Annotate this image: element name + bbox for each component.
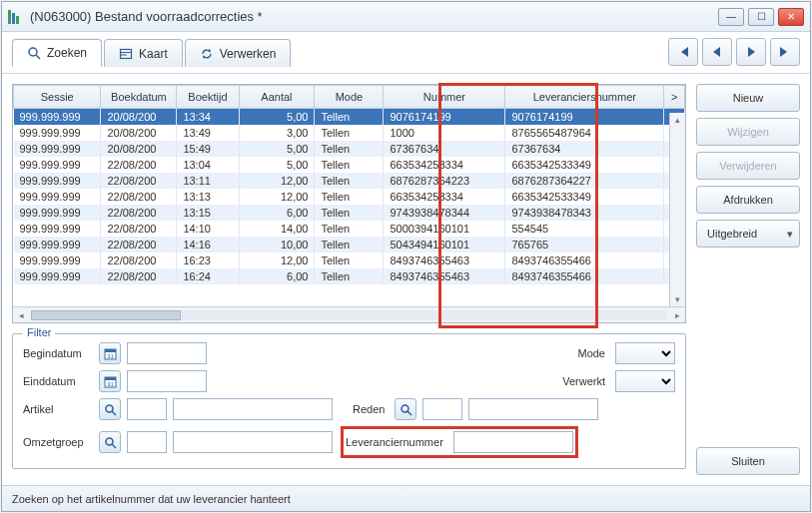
verwijderen-button[interactable]: Verwijderen: [696, 152, 800, 180]
label-begindatum: Begindatum: [23, 347, 93, 359]
cell-mode: Tellen: [315, 109, 384, 126]
afdrukken-button[interactable]: Afdrukken: [696, 186, 800, 214]
svg-text:31: 31: [107, 353, 114, 359]
cell-mode: Tellen: [315, 221, 384, 237]
label-reden: Reden: [353, 403, 385, 415]
table-row[interactable]: 999.999.99920/08/20013:345,00Tellen90761…: [14, 109, 685, 126]
table-row[interactable]: 999.999.99922/08/20016:246,00Tellen84937…: [14, 268, 685, 284]
cell-boekdatum: 22/08/200: [101, 268, 177, 284]
vertical-scrollbar[interactable]: ▴ ▾: [669, 113, 685, 306]
cell-boektijd: 16:24: [177, 268, 239, 284]
einddatum-input[interactable]: [127, 370, 207, 392]
label-omzetgroep: Omzetgroep: [23, 436, 93, 448]
cell-mode: Tellen: [315, 268, 384, 284]
nav-last-button[interactable]: [770, 38, 800, 66]
cell-lev: 8765565487964: [505, 125, 664, 141]
minimize-button[interactable]: —: [718, 8, 744, 26]
uitgebreid-dropdown[interactable]: Uitgebreid: [696, 220, 800, 248]
col-sessie[interactable]: Sessie: [14, 86, 101, 109]
svg-line-16: [112, 444, 116, 448]
lookup-icon[interactable]: [99, 398, 121, 420]
svg-rect-9: [105, 377, 116, 380]
cell-aantal: 12,00: [239, 189, 315, 205]
cell-boekdatum: 22/08/200: [101, 205, 177, 221]
close-button[interactable]: ✕: [778, 8, 804, 26]
tab-label: Zoeken: [47, 46, 87, 60]
col-aantal[interactable]: Aantal: [239, 86, 315, 109]
highlight-leveranciernummer-field: Leveranciernummer: [341, 426, 578, 458]
calendar-icon[interactable]: 31: [99, 370, 121, 392]
nav-next-button[interactable]: [736, 38, 766, 66]
sluiten-button[interactable]: Sluiten: [696, 447, 800, 475]
mode-select[interactable]: [615, 342, 675, 364]
lookup-icon[interactable]: [395, 398, 416, 420]
nieuw-button[interactable]: Nieuw: [696, 84, 800, 112]
cell-boektijd: 13:34: [177, 109, 239, 126]
table-row[interactable]: 999.999.99922/08/20013:156,00Tellen97439…: [14, 205, 685, 221]
svg-point-0: [29, 48, 37, 56]
verwerkt-select[interactable]: [615, 370, 675, 392]
omzetgroep-code-input[interactable]: [127, 431, 167, 453]
lookup-icon[interactable]: [99, 431, 121, 453]
artikel-code-input[interactable]: [127, 398, 167, 420]
reden-code-input[interactable]: [422, 398, 462, 420]
cell-lev: 9076174199: [505, 109, 664, 126]
cell-boektijd: 13:15: [177, 205, 239, 221]
cell-lev: 6876287364227: [505, 173, 664, 189]
svg-text:31: 31: [107, 381, 114, 387]
tab-verwerken[interactable]: Verwerken: [185, 39, 292, 67]
cell-aantal: 5,00: [239, 141, 315, 157]
begindatum-input[interactable]: [127, 342, 207, 364]
col-boektijd[interactable]: Boektijd: [177, 86, 239, 109]
maximize-button[interactable]: ☐: [748, 8, 774, 26]
cell-aantal: 12,00: [239, 253, 315, 268]
table-row[interactable]: 999.999.99922/08/20013:1112,00Tellen6876…: [14, 173, 685, 189]
cell-aantal: 5,00: [239, 157, 315, 173]
status-text: Zoeken op het artikelnummer dat uw lever…: [12, 493, 291, 505]
table-row[interactable]: 999.999.99922/08/20013:045,00Tellen66353…: [14, 157, 685, 173]
tab-zoeken[interactable]: Zoeken: [12, 39, 102, 67]
col-nummer[interactable]: Nummer: [384, 86, 505, 109]
calendar-icon[interactable]: 31: [99, 342, 121, 364]
table-row[interactable]: 999.999.99922/08/20014:1610,00Tellen5043…: [14, 237, 685, 253]
nav-prev-button[interactable]: [702, 38, 732, 66]
cell-boektijd: 13:13: [177, 189, 239, 205]
cell-aantal: 6,00: [239, 205, 315, 221]
omzetgroep-desc-input[interactable]: [173, 431, 333, 453]
tab-label: Verwerken: [220, 47, 277, 61]
cell-lev: 67367634: [505, 141, 664, 157]
cell-aantal: 6,00: [239, 268, 315, 284]
nav-first-button[interactable]: [668, 38, 698, 66]
reden-desc-input[interactable]: [468, 398, 598, 420]
leveranciernummer-input[interactable]: [453, 431, 573, 453]
table-row[interactable]: 999.999.99922/08/20016:2312,00Tellen8493…: [14, 253, 685, 268]
table-row[interactable]: 999.999.99920/08/20015:495,00Tellen67367…: [14, 141, 685, 157]
horizontal-scrollbar[interactable]: ◂ ▸: [13, 306, 685, 322]
svg-line-14: [407, 411, 411, 415]
wijzigen-button[interactable]: Wijzigen: [696, 118, 800, 146]
label-verwerkt: Verwerkt: [562, 375, 605, 387]
label-artikel: Artikel: [23, 403, 93, 415]
cell-sessie: 999.999.999: [14, 237, 101, 253]
cell-aantal: 3,00: [239, 125, 315, 141]
table-row[interactable]: 999.999.99922/08/20014:1014,00Tellen5000…: [14, 221, 685, 237]
filter-legend: Filter: [23, 326, 55, 338]
artikel-desc-input[interactable]: [173, 398, 333, 420]
data-grid[interactable]: Sessie Boekdatum Boektijd Aantal Mode Nu…: [12, 84, 686, 323]
cell-sessie: 999.999.999: [14, 109, 101, 126]
cell-sessie: 999.999.999: [14, 141, 101, 157]
refresh-icon: [200, 47, 214, 61]
table-row[interactable]: 999.999.99920/08/20013:493,00Tellen10008…: [14, 125, 685, 141]
col-boekdatum[interactable]: Boekdatum: [101, 86, 177, 109]
table-row[interactable]: 999.999.99922/08/20013:1312,00Tellen6635…: [14, 189, 685, 205]
tab-kaart[interactable]: Kaart: [104, 39, 183, 67]
cell-aantal: 14,00: [239, 221, 315, 237]
cell-boektijd: 16:23: [177, 253, 239, 268]
svg-rect-2: [121, 49, 132, 58]
cell-mode: Tellen: [315, 125, 384, 141]
col-mode[interactable]: Mode: [315, 86, 384, 109]
col-extra[interactable]: >: [664, 86, 685, 109]
col-leveranciersnummer[interactable]: Leveranciersnummer: [505, 86, 664, 109]
svg-line-1: [36, 55, 40, 59]
cell-boektijd: 15:49: [177, 141, 239, 157]
